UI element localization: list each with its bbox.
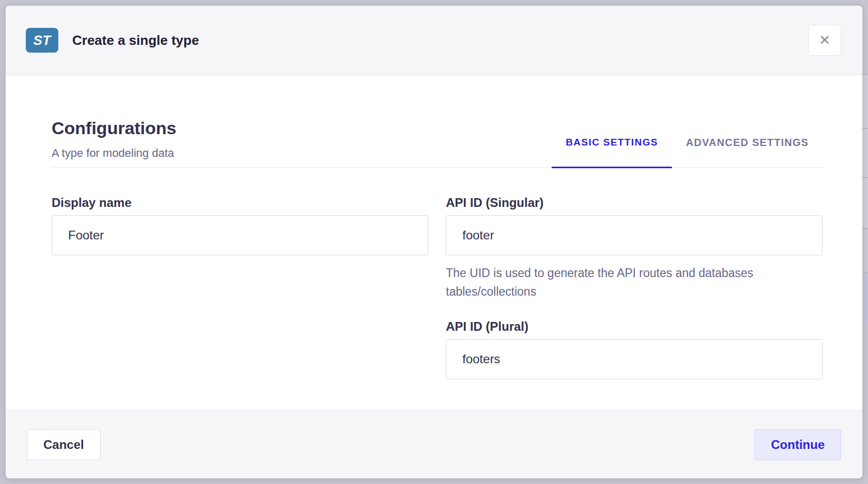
close-button[interactable]: ✕ [808,25,841,56]
single-type-badge-icon: ST [26,28,58,53]
api-id-plural-input[interactable] [446,339,823,379]
modal-footer: Cancel Continue [6,410,862,478]
display-name-field-group: Display name [52,196,428,255]
api-id-singular-field-group: API ID (Singular) The UID is used to gen… [446,196,823,301]
modal-body: Configurations A type for modeling data … [6,75,862,410]
settings-tabs: BASIC SETTINGS ADVANCED SETTINGS [552,137,823,167]
create-single-type-modal: ST Create a single type ✕ Configurations… [6,6,862,478]
background-page-edge [862,0,868,484]
right-column: API ID (Singular) The UID is used to gen… [446,196,823,379]
api-id-singular-label: API ID (Singular) [446,196,823,210]
page-subtitle: A type for modeling data [52,147,176,160]
close-icon: ✕ [819,34,831,47]
api-id-plural-field-group: API ID (Plural) [446,319,823,379]
configurations-form: Display name API ID (Singular) The UID i… [52,196,823,379]
tab-advanced-settings[interactable]: ADVANCED SETTINGS [672,137,823,167]
api-id-helper-text: The UID is used to generate the API rout… [446,264,823,301]
heading-block: Configurations A type for modeling data [52,118,176,167]
modal-title: Create a single type [72,33,199,49]
page-title: Configurations [52,118,176,138]
modal-header: ST Create a single type ✕ [6,6,862,75]
display-name-input[interactable] [52,215,428,255]
api-id-plural-label: API ID (Plural) [446,319,823,334]
display-name-label: Display name [52,196,428,210]
continue-button[interactable]: Continue [754,429,841,460]
left-column: Display name [52,196,428,379]
tab-basic-settings[interactable]: BASIC SETTINGS [552,137,672,168]
configurations-header-row: Configurations A type for modeling data … [52,118,823,168]
api-id-singular-input[interactable] [446,215,823,255]
cancel-button[interactable]: Cancel [27,429,101,460]
